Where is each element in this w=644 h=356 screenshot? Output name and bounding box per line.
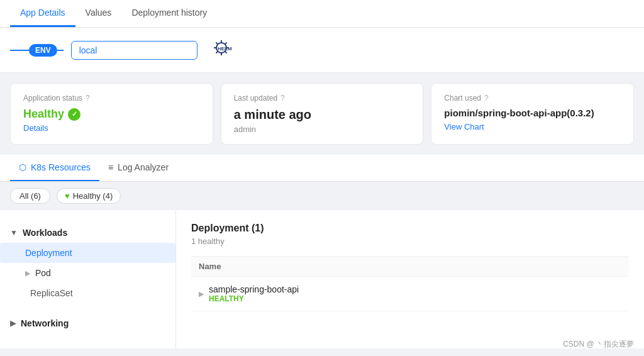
- healthy-filter-button[interactable]: ♥ Healthy (4): [57, 188, 121, 204]
- k8s-icon: ⬡: [19, 162, 26, 172]
- sidebar-section-networking: ▶ Networking: [0, 308, 175, 338]
- svg-line-7: [225, 43, 226, 45]
- env-badge[interactable]: ENV: [29, 44, 57, 57]
- row-expand-icon[interactable]: ▶: [199, 290, 204, 298]
- env-line-track-left: [10, 50, 29, 51]
- sub-tabs: ⬡ K8s Resources ≡ Log Analyzer: [0, 155, 644, 182]
- deployment-title: Deployment (1): [191, 223, 629, 234]
- tab-deployment-history[interactable]: Deployment history: [121, 0, 217, 27]
- tab-app-details[interactable]: App Details: [10, 0, 75, 27]
- sidebar-section-workloads: ▼ Workloads Deployment ▶ Pod ReplicaSet: [0, 218, 175, 308]
- workloads-chevron-icon: ▼: [10, 228, 18, 237]
- heart-icon: ♥: [65, 191, 70, 201]
- row-name: sample-spring-boot-api: [209, 284, 299, 294]
- chart-used-label: Chart used ?: [444, 94, 621, 103]
- tab-values[interactable]: Values: [75, 0, 122, 27]
- chart-name: piomin/spring-boot-api-app(0.3.2): [444, 108, 621, 118]
- last-updated-by: admin: [234, 125, 411, 134]
- details-link[interactable]: Details: [23, 123, 200, 133]
- deployment-subtitle: 1 healthy: [191, 236, 629, 246]
- top-tabs: App Details Values Deployment history: [0, 0, 644, 28]
- chart-used-help-icon[interactable]: ?: [484, 94, 489, 103]
- networking-chevron-icon: ▶: [10, 319, 16, 328]
- all-filter-button[interactable]: All (6): [10, 188, 50, 204]
- sidebar-group-workloads[interactable]: ▼ Workloads: [0, 223, 175, 243]
- main-content: ▼ Workloads Deployment ▶ Pod ReplicaSet …: [0, 210, 644, 348]
- table-header: Name: [191, 256, 629, 277]
- last-updated-time: a minute ago: [234, 108, 411, 122]
- sidebar-group-networking[interactable]: ▶ Networking: [0, 313, 175, 333]
- sidebar-item-deployment[interactable]: Deployment: [0, 243, 175, 263]
- app-status-value: Healthy ✓: [23, 108, 200, 121]
- last-updated-help-icon[interactable]: ?: [280, 94, 285, 103]
- tab-k8s-resources[interactable]: ⬡ K8s Resources: [10, 155, 99, 181]
- app-status-label: Application status ?: [23, 94, 200, 103]
- filter-bar: All (6) ♥ Healthy (4): [0, 182, 644, 210]
- sidebar-item-pod[interactable]: ▶ Pod: [0, 263, 175, 283]
- sidebar-item-replicaset[interactable]: ReplicaSet: [0, 283, 175, 303]
- env-bar: ENV HELM: [0, 28, 644, 73]
- svg-text:HELM: HELM: [218, 46, 232, 52]
- last-updated-label: Last updated ?: [234, 94, 411, 103]
- healthy-checkmark-icon: ✓: [68, 108, 80, 121]
- row-status: HEALTHY: [209, 294, 299, 303]
- helm-icon: HELM: [210, 36, 233, 64]
- view-chart-link[interactable]: View Chart: [444, 122, 621, 131]
- table-row[interactable]: ▶ sample-spring-boot-api HEALTHY: [191, 277, 629, 311]
- app-status-card: Application status ? Healthy ✓ Details: [10, 83, 213, 145]
- last-updated-card: Last updated ? a minute ago admin: [221, 83, 424, 145]
- detail-pane: Deployment (1) 1 healthy Name ▶ sample-s…: [176, 210, 644, 348]
- chart-used-card: Chart used ? piomin/spring-boot-api-app(…: [431, 83, 634, 145]
- env-line-track-right: [57, 50, 64, 51]
- env-input[interactable]: [71, 41, 197, 60]
- pod-arrow-icon: ▶: [25, 269, 30, 277]
- env-line: ENV: [10, 44, 64, 57]
- log-icon: ≡: [108, 162, 113, 172]
- sidebar: ▼ Workloads Deployment ▶ Pod ReplicaSet …: [0, 210, 176, 348]
- app-status-help-icon[interactable]: ?: [86, 94, 90, 103]
- tab-log-analyzer[interactable]: ≡ Log Analyzer: [99, 155, 177, 181]
- cards-row: Application status ? Healthy ✓ Details L…: [0, 73, 644, 155]
- svg-line-5: [216, 43, 218, 45]
